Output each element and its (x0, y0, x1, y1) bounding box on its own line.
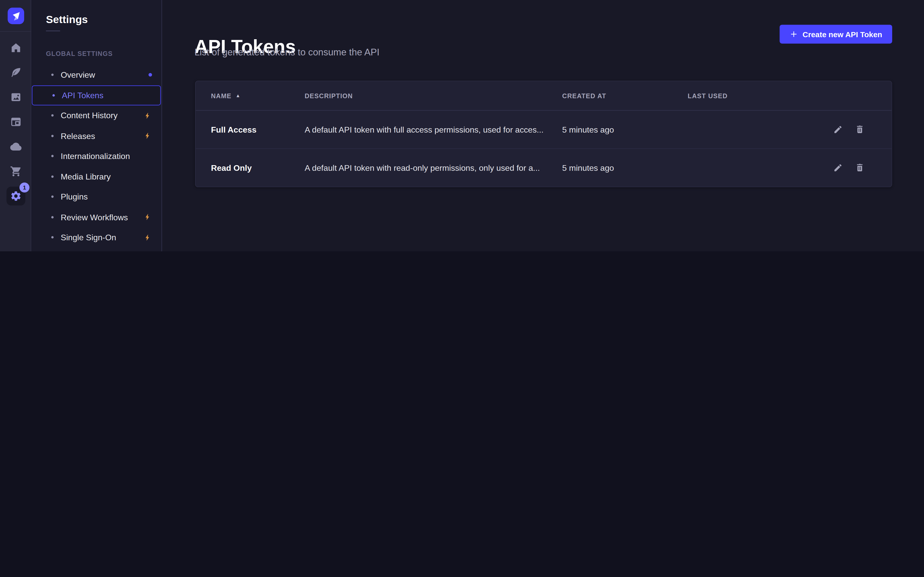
notification-badge: 1 (19, 182, 29, 193)
pencil-icon (833, 125, 842, 134)
table-header-row: NAME ▲ DESCRIPTION CREATED AT LAST USED (195, 81, 892, 111)
bullet-icon (51, 236, 53, 239)
column-header-created-at: CREATED AT (562, 92, 688, 99)
section-label-global-settings: GLOBAL SETTINGS (46, 50, 162, 57)
token-created-at: 5 minutes ago (562, 125, 688, 134)
sidebar-item-content-history[interactable]: Content History (31, 105, 162, 126)
lightning-icon (144, 112, 152, 119)
edit-button[interactable] (833, 163, 843, 172)
table-row-full-access[interactable]: Full Access A default API token with ful… (195, 111, 892, 149)
bullet-icon (51, 135, 53, 137)
page-subtitle: List of generated tokens to consume the … (195, 47, 380, 58)
home-icon[interactable] (6, 38, 25, 57)
strapi-logo-icon (8, 8, 24, 24)
sidebar-item-overview[interactable]: Overview (31, 65, 162, 85)
token-description: A default API token with read-only permi… (305, 163, 562, 172)
edit-button[interactable] (833, 124, 843, 134)
settings-sidebar: Settings GLOBAL SETTINGS Overview API To… (31, 0, 162, 251)
sidebar-item-review-workflows[interactable]: Review Workflows (31, 207, 162, 227)
sidebar-item-plugins[interactable]: Plugins (31, 187, 162, 207)
sort-ascending-icon: ▲ (236, 93, 241, 98)
trash-icon (855, 125, 864, 134)
trash-icon (855, 163, 864, 172)
divider (0, 31, 31, 32)
api-tokens-table: NAME ▲ DESCRIPTION CREATED AT LAST USED … (195, 81, 892, 187)
table-row-read-only[interactable]: Read Only A default API token with read-… (195, 149, 892, 187)
bullet-icon (51, 114, 53, 117)
marketplace-cart-icon[interactable] (6, 162, 25, 181)
cloud-icon[interactable] (6, 137, 25, 156)
column-header-last-used: LAST USED (688, 92, 813, 99)
token-name: Read Only (211, 163, 305, 172)
plus-icon (790, 30, 798, 38)
lightning-icon (144, 213, 152, 221)
sidebar-item-single-sign-on[interactable]: Single Sign-On (31, 227, 162, 247)
settings-gear-icon[interactable]: 1 (6, 187, 25, 205)
create-api-token-button[interactable]: Create new API Token (780, 25, 892, 44)
notification-dot (149, 73, 152, 77)
column-header-name[interactable]: NAME ▲ (211, 92, 305, 99)
feather-icon[interactable] (6, 63, 25, 82)
sidebar-item-api-tokens[interactable]: API Tokens (32, 85, 161, 105)
column-header-description: DESCRIPTION (305, 92, 562, 99)
content-type-builder-icon[interactable] (6, 113, 25, 131)
main-nav-rail: 1 KD (0, 0, 31, 251)
nav-list-global-settings: Overview API Tokens Content History Rele… (31, 65, 162, 251)
bullet-icon (51, 216, 53, 218)
row-actions (813, 163, 864, 172)
bullet-icon (51, 155, 53, 157)
bullet-icon (51, 196, 53, 198)
divider (46, 31, 60, 31)
delete-button[interactable] (855, 124, 864, 134)
strapi-logo[interactable] (8, 8, 24, 24)
bullet-icon (51, 74, 53, 76)
token-name: Full Access (211, 125, 305, 134)
sidebar-item-releases[interactable]: Releases (31, 126, 162, 146)
lightning-icon (144, 132, 152, 140)
sidebar-item-transfer-tokens[interactable]: Transfer Tokens (31, 247, 162, 251)
bullet-icon (52, 94, 55, 97)
row-actions (813, 124, 864, 134)
sidebar-item-media-library[interactable]: Media Library (31, 166, 162, 187)
sidebar-title: Settings (46, 14, 162, 25)
delete-button[interactable] (855, 163, 864, 172)
main-content: API Tokens List of generated tokens to c… (162, 0, 924, 251)
token-description: A default API token with full access per… (305, 125, 562, 134)
app-window: 1 KD Settings GLOBAL SETTINGS Overview A… (0, 0, 924, 251)
token-created-at: 5 minutes ago (562, 163, 688, 172)
sidebar-item-internationalization[interactable]: Internationalization (31, 146, 162, 166)
media-library-icon[interactable] (6, 88, 25, 106)
lightning-icon (144, 234, 152, 241)
pencil-icon (833, 163, 842, 172)
bullet-icon (51, 176, 53, 178)
